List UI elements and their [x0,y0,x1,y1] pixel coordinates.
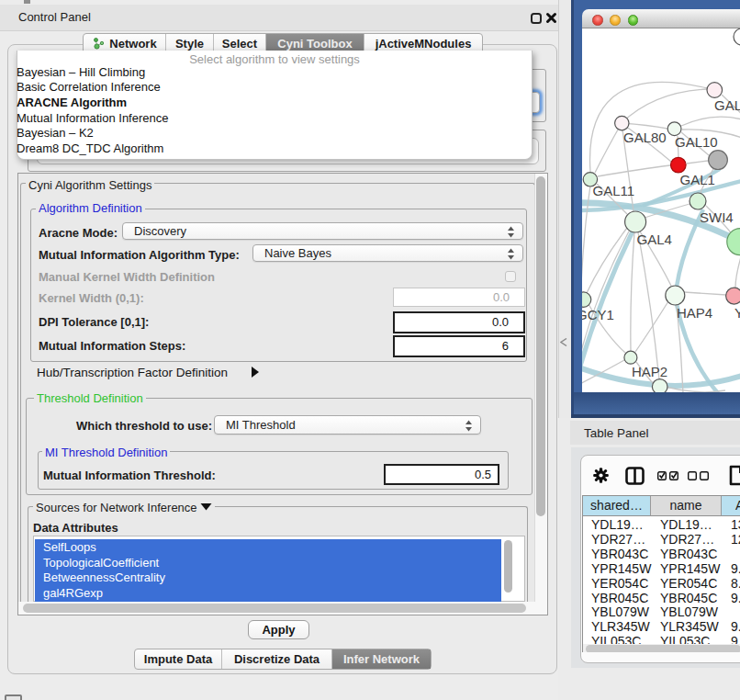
svg-text:GCY1: GCY1 [582,307,614,322]
svg-text:GAL11: GAL11 [593,183,635,198]
svg-text:GAL1: GAL1 [680,172,715,187]
svg-text:HAP4: HAP4 [677,305,712,321]
svg-text:HAP2: HAP2 [632,364,667,379]
svg-text:SWI4: SWI4 [700,209,734,225]
svg-text:GAL4: GAL4 [637,231,672,247]
svg-text:GAL7: GAL7 [714,97,740,113]
svg-text:YEL0: YEL0 [734,305,740,321]
svg-text:GAL10: GAL10 [675,134,718,150]
svg-text:GAL80: GAL80 [623,130,667,145]
